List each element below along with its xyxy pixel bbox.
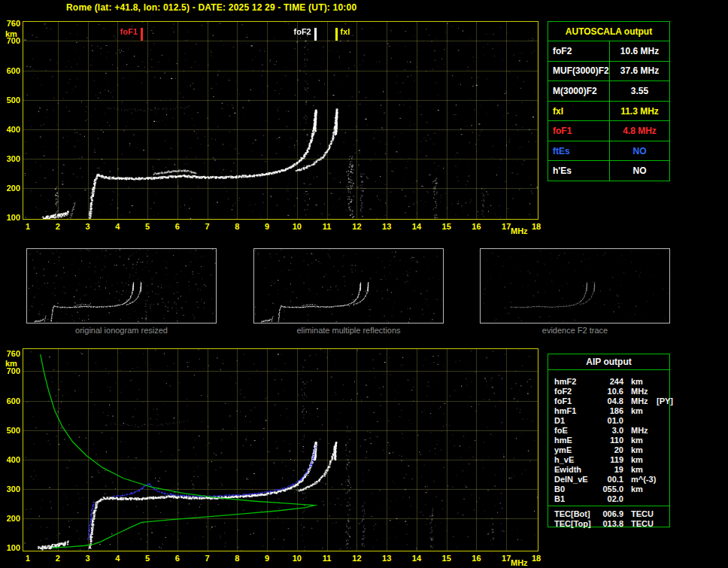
x-tick-label: 15 (439, 554, 454, 563)
aip-row-B1: B102.0 (548, 494, 669, 503)
aip-value: 19 (596, 465, 623, 474)
aip-value: 00.1 (596, 475, 623, 484)
y-tick-label: 400 (0, 125, 20, 134)
x-tick-label: 3 (80, 554, 96, 563)
aip-label: B1 (554, 494, 596, 503)
autoscala-row-MUF(3000)F2: MUF(3000)F237.6 MHz (548, 61, 669, 81)
x-tick-label: 4 (110, 554, 125, 563)
aip-value: 3.0 (596, 426, 623, 435)
autoscala-row-label: ftEs (548, 141, 610, 161)
x-tick-label: 14 (409, 554, 424, 563)
aip-table-rows: hmF2244kmfoF210.6MHzfoF104.8MHz[PY]hmF11… (548, 370, 669, 528)
autoscala-row-value: 11.3 MHz (610, 102, 669, 121)
aip-note: [PY] (654, 396, 673, 405)
x-tick-label: 9 (259, 554, 275, 563)
x-tick-label: 6 (170, 222, 185, 231)
y-tick-label: 200 (0, 514, 20, 523)
autoscala-row-label: foF2 (548, 41, 610, 61)
x-tick-label: 7 (200, 222, 215, 231)
aip-row-DelN_vE: DelN_vE00.1m^(-3) (548, 474, 669, 484)
x-tick-label: 17 (499, 222, 514, 231)
aip-output-table: AIP output hmF2244kmfoF210.6MHzfoF104.8M… (548, 354, 670, 527)
autoscala-row-value: 10.6 MHz (610, 41, 669, 61)
thumbnail-caption-reflections: eliminate multiple reflections (253, 326, 444, 335)
aip-row-foE: foE3.0MHz (548, 425, 669, 435)
x-tick-label: 10 (290, 554, 305, 563)
aip-label: h_vE (554, 455, 596, 464)
thumbnail-caption-f2: evidence F2 trace (480, 326, 670, 335)
x-tick-label: 6 (170, 554, 185, 563)
aip-row-hmF2: hmF2244km (548, 376, 669, 386)
aip-unit: MHz (623, 426, 654, 435)
aip-value: 013.8 (596, 519, 623, 528)
aip-unit: MHz (623, 387, 654, 396)
autoscala-row-label: foF1 (548, 121, 610, 141)
y-tick-label: 600 (0, 66, 20, 75)
x-tick-label: 8 (229, 554, 244, 563)
x-tick-label: 13 (379, 222, 394, 231)
marker-label-foF1: foF1 (111, 27, 138, 36)
aip-tec-separator (548, 506, 669, 506)
x-tick-label: 8 (229, 222, 244, 231)
x-tick-label: 13 (379, 554, 394, 563)
x-tick-label: 16 (469, 222, 484, 231)
y-tick-label: 500 (0, 96, 20, 105)
x-tick-label: 12 (349, 554, 364, 563)
aip-value: 110 (596, 436, 623, 445)
aip-row-foF2: foF210.6MHz (548, 386, 669, 396)
thumbnail-original-canvas (27, 249, 216, 323)
autoscala-row-h'Es: h'EsNO (548, 160, 669, 181)
aip-unit: TECU (623, 509, 654, 518)
autoscala-row-value: 3.55 (610, 81, 669, 101)
x-tick-label: 1 (20, 222, 35, 231)
x-tick-label: 18 (529, 554, 544, 563)
aip-unit: TECU (623, 519, 654, 528)
thumbnail-reflections-canvas (254, 249, 443, 323)
y-tick-label: 300 (0, 154, 20, 163)
x-tick-label: 11 (320, 222, 335, 231)
aip-label: TEC[Bot] (554, 509, 596, 518)
aip-row-hmF1: hmF1186km (548, 405, 669, 415)
top-ionogram-plot (23, 21, 538, 220)
aip-label: B0 (554, 484, 596, 494)
x-tick-label: 1 (20, 554, 35, 563)
aip-row-hmE: hmE110km (548, 435, 669, 445)
aip-unit: km (623, 455, 654, 464)
aip-row-h_vE: h_vE119km (548, 454, 669, 464)
y-tick-label: 600 (0, 396, 20, 405)
aip-table-title: AIP output (548, 354, 669, 370)
autoscala-row-label: h'Es (548, 161, 610, 181)
x-tick-label: 5 (140, 222, 155, 231)
x-tick-label: 7 (200, 554, 215, 563)
x-tick-label: 10 (290, 222, 305, 231)
aip-value: 119 (596, 455, 623, 464)
aip-unit: km (623, 436, 654, 445)
thumbnail-original-ionogram (26, 248, 217, 323)
x-tick-label: 16 (469, 554, 484, 563)
aip-value: 244 (596, 377, 623, 386)
autoscala-app-window: Rome (lat: +41.8, lon: 012.5) - DATE: 20… (0, 0, 728, 568)
aip-row-D1: D101.0 (548, 415, 669, 425)
x-tick-label: 9 (259, 222, 275, 231)
aip-row-TEC[Top]: TEC[Top]013.8TECU (548, 518, 669, 528)
aip-row-Ewidth: Ewidth19km (548, 464, 669, 474)
thumbnail-multiple-reflections (253, 248, 444, 323)
x-tick-label: 4 (110, 222, 125, 231)
aip-row-TEC[Bot]: TEC[Bot]006.9TECU (548, 509, 669, 518)
marker-label-fxI: fxI (341, 27, 368, 36)
y-tick-label: 700 (0, 366, 20, 375)
autoscala-row-value: NO (610, 141, 669, 161)
top-ionogram-canvas (23, 22, 538, 219)
autoscala-row-value: 37.6 MHz (610, 62, 669, 81)
autoscala-row-value: NO (610, 161, 669, 181)
y-tick-label: 760 (0, 19, 20, 28)
x-tick-label: 14 (409, 222, 424, 231)
aip-label: hmF2 (554, 377, 596, 386)
y-tick-label: 700 (0, 36, 20, 45)
y-tick-label: 300 (0, 484, 20, 494)
aip-value: 186 (596, 406, 623, 415)
x-tick-label: 11 (320, 554, 335, 563)
aip-label: D1 (554, 416, 596, 425)
thumbnail-caption-original: original ionogram resized (26, 326, 217, 335)
aip-label: hmE (554, 436, 596, 445)
